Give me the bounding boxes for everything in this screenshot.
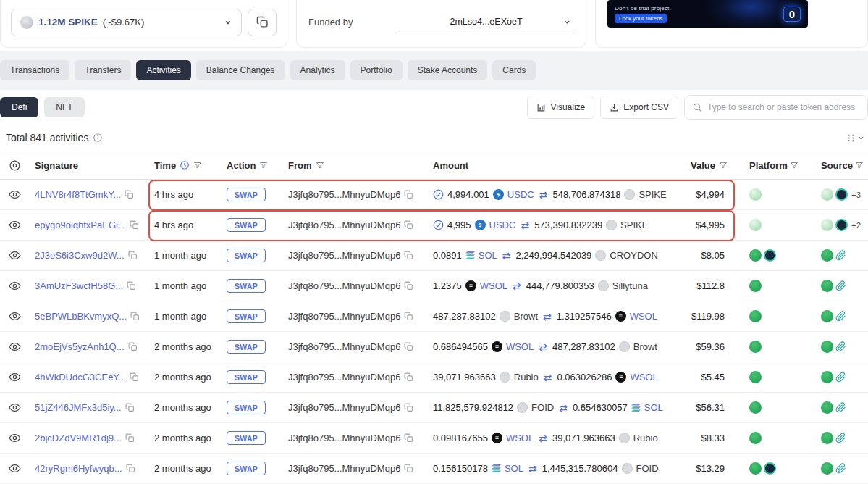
token-name[interactable]: USDC xyxy=(489,220,516,230)
token-name[interactable]: SOL xyxy=(644,402,663,413)
source-extra-count[interactable]: +3 xyxy=(851,191,861,199)
platform-icon-dark[interactable] xyxy=(764,462,776,475)
from-address-link[interactable]: J3jfq8o795...MhnyuDMqp6 xyxy=(288,372,400,383)
token-name[interactable]: Browt xyxy=(514,311,538,322)
swap-action-badge[interactable]: SWAP xyxy=(227,309,266,323)
ad-cta-button[interactable]: Lock your tokens xyxy=(615,14,667,23)
copy-icon[interactable] xyxy=(404,190,413,199)
token-name[interactable]: WSOL xyxy=(480,280,507,291)
tab-transactions[interactable]: Transactions xyxy=(0,60,69,80)
attachment-icon[interactable] xyxy=(835,280,846,291)
platform-icon-mint[interactable] xyxy=(821,219,833,231)
filter-icon[interactable] xyxy=(259,161,268,170)
swap-action-badge[interactable]: SWAP xyxy=(227,431,266,445)
platform-icon-green[interactable] xyxy=(749,341,762,353)
platform-icon-green[interactable] xyxy=(749,280,762,292)
filter-icon[interactable] xyxy=(193,161,202,170)
attachment-icon[interactable] xyxy=(835,341,846,352)
copy-icon[interactable] xyxy=(130,312,140,321)
copy-icon[interactable] xyxy=(404,372,413,382)
swap-action-badge[interactable]: SWAP xyxy=(227,249,266,262)
platform-icon-green[interactable] xyxy=(749,401,762,414)
from-address-link[interactable]: J3jfq8o795...MhnyuDMqp6 xyxy=(288,433,400,443)
platform-icon-green[interactable] xyxy=(821,280,833,292)
copy-icon[interactable] xyxy=(404,433,413,443)
swap-action-badge[interactable]: SWAP xyxy=(227,188,266,201)
platform-icon-green[interactable] xyxy=(821,371,833,383)
copy-token-list-button[interactable] xyxy=(248,9,277,36)
filter-defi[interactable]: Defi xyxy=(0,97,38,117)
column-settings-control[interactable] xyxy=(846,133,868,143)
platform-icon-dark[interactable] xyxy=(835,188,848,201)
swap-action-badge[interactable]: SWAP xyxy=(227,340,266,354)
copy-icon[interactable] xyxy=(125,433,135,443)
info-icon[interactable] xyxy=(93,133,103,143)
token-name[interactable]: WSOL xyxy=(506,433,534,443)
eye-icon[interactable] xyxy=(9,249,21,262)
attachment-icon[interactable] xyxy=(835,311,846,322)
swap-action-badge[interactable]: SWAP xyxy=(227,462,266,475)
swap-action-badge[interactable]: SWAP xyxy=(227,401,266,414)
copy-icon[interactable] xyxy=(130,220,139,230)
token-name[interactable]: Sillytuna xyxy=(612,280,648,291)
attachment-icon[interactable] xyxy=(835,463,846,474)
attachment-icon[interactable] xyxy=(835,372,846,383)
from-address-link[interactable]: J3jfq8o795...MhnyuDMqp6 xyxy=(288,311,400,322)
from-address-link[interactable]: J3jfq8o795...MhnyuDMqp6 xyxy=(288,220,400,230)
attachment-icon[interactable] xyxy=(835,250,846,261)
platform-icon-dark[interactable] xyxy=(764,249,776,262)
token-name[interactable]: FOID xyxy=(531,402,554,413)
platform-icon-green[interactable] xyxy=(821,432,833,444)
search-input[interactable] xyxy=(707,102,860,112)
eye-icon[interactable] xyxy=(9,401,21,414)
tab-cards[interactable]: Cards xyxy=(492,60,536,80)
eye-icon[interactable] xyxy=(9,462,21,475)
signature-link[interactable]: 2J3eS6i3Cxw9d2W... xyxy=(35,250,125,261)
platform-icon-green[interactable] xyxy=(821,401,833,414)
token-name[interactable]: Rubio xyxy=(633,433,658,443)
eye-icon[interactable] xyxy=(9,188,21,201)
eye-icon[interactable] xyxy=(9,341,21,353)
signature-link[interactable]: epygo9oiqhfxPaEGi... xyxy=(35,220,126,230)
copy-icon[interactable] xyxy=(128,251,138,260)
copy-icon[interactable] xyxy=(404,281,413,291)
platform-icon-green[interactable] xyxy=(749,371,762,383)
platform-icon-dark[interactable] xyxy=(835,219,848,231)
swap-action-badge[interactable]: SWAP xyxy=(227,218,266,232)
copy-icon[interactable] xyxy=(130,372,139,382)
eye-icon[interactable] xyxy=(9,371,21,383)
copy-icon[interactable] xyxy=(404,220,413,230)
platform-icon-green[interactable] xyxy=(749,462,762,475)
signature-link[interactable]: 42ryRgm6Hyfwyqb... xyxy=(35,463,122,474)
tab-portfolio[interactable]: Portfolio xyxy=(350,60,403,80)
platform-icon-green[interactable] xyxy=(821,249,833,262)
platform-icon-mint[interactable] xyxy=(749,188,762,201)
platform-icon-green[interactable] xyxy=(821,310,833,322)
copy-icon[interactable] xyxy=(126,464,135,473)
platform-icon-mint[interactable] xyxy=(821,188,833,201)
token-name[interactable]: USDC xyxy=(507,189,534,200)
platform-icon-green[interactable] xyxy=(749,249,762,262)
copy-icon[interactable] xyxy=(128,342,138,351)
tab-analytics[interactable]: Analytics xyxy=(290,60,345,80)
search-box[interactable] xyxy=(684,95,868,120)
eye-icon[interactable] xyxy=(9,432,21,444)
platform-icon-green[interactable] xyxy=(749,432,762,444)
copy-icon[interactable] xyxy=(404,251,413,260)
from-address-link[interactable]: J3jfq8o795...MhnyuDMqp6 xyxy=(288,280,400,291)
token-name[interactable]: WSOL xyxy=(630,311,657,322)
tab-stake-accounts[interactable]: Stake Accounts xyxy=(408,60,488,80)
signature-link[interactable]: 51jZ446JMFx3d5iy... xyxy=(35,402,122,413)
from-address-link[interactable]: J3jfq8o795...MhnyuDMqp6 xyxy=(288,463,400,474)
swap-action-badge[interactable]: SWAP xyxy=(227,279,266,293)
export-csv-button[interactable]: Export CSV xyxy=(600,96,678,119)
visualize-button[interactable]: Visualize xyxy=(527,96,594,119)
token-name[interactable]: Browt xyxy=(633,341,657,352)
filter-icon[interactable] xyxy=(790,161,799,170)
copy-icon[interactable] xyxy=(127,281,136,291)
copy-icon[interactable] xyxy=(404,464,413,473)
signature-link[interactable]: 4hWkDUdcG3CEeY... xyxy=(35,372,126,383)
token-name[interactable]: FOID xyxy=(636,463,659,474)
signature-link[interactable]: 5eBPWLbBKvmyxQ... xyxy=(35,311,127,322)
clock-icon[interactable] xyxy=(180,160,190,170)
